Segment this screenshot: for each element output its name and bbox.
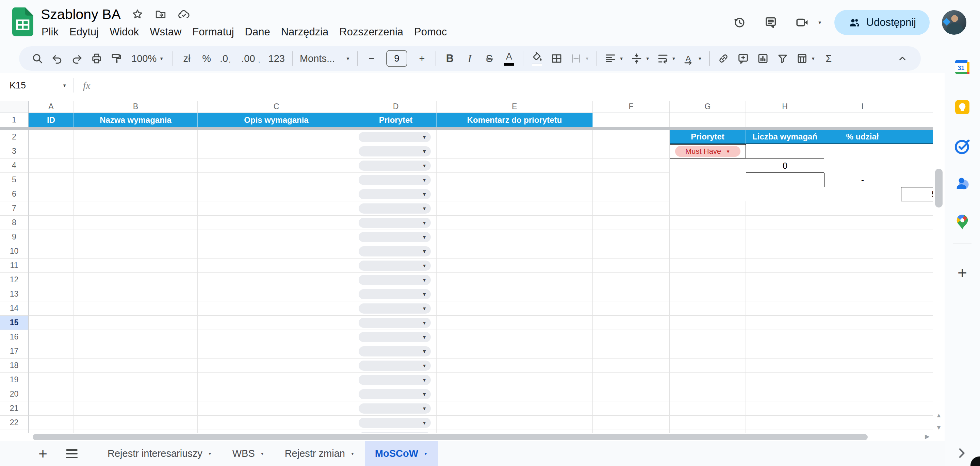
cell[interactable]	[198, 401, 355, 416]
cell[interactable]	[746, 387, 824, 401]
video-call-caret-icon[interactable]: ▼	[818, 20, 822, 25]
row-header-13[interactable]: 13	[0, 287, 29, 301]
cell[interactable]	[29, 273, 74, 287]
cell[interactable]	[824, 416, 901, 430]
chip-caret-icon[interactable]: ▼	[422, 191, 427, 197]
cell[interactable]	[670, 201, 746, 216]
cell[interactable]	[437, 358, 593, 373]
keep-icon[interactable]	[953, 97, 972, 117]
add-sheet-button[interactable]: +	[35, 445, 50, 462]
column-header-C[interactable]: C	[198, 101, 355, 113]
row-header-21[interactable]: 21	[0, 401, 29, 416]
cell[interactable]	[593, 416, 670, 430]
row-header-7[interactable]: 7	[0, 201, 29, 216]
priority-dropdown-chip[interactable]: ▼	[359, 289, 431, 299]
cell[interactable]	[901, 401, 933, 416]
sheets-logo-icon[interactable]	[12, 7, 33, 38]
cell[interactable]	[593, 401, 670, 416]
tab-wbs[interactable]: WBS▼	[222, 441, 275, 466]
cell[interactable]	[74, 159, 198, 173]
cell[interactable]	[824, 113, 901, 127]
cell[interactable]	[746, 430, 824, 433]
summary-header-cell[interactable]: Liczba wymagań	[746, 130, 824, 144]
row-header-19[interactable]: 19	[0, 373, 29, 387]
cell[interactable]	[901, 113, 933, 127]
cell[interactable]	[746, 287, 824, 301]
cell[interactable]: ▼	[355, 130, 437, 144]
cell[interactable]	[824, 244, 901, 259]
insert-comment-button[interactable]	[733, 49, 753, 68]
cell[interactable]	[29, 173, 74, 187]
cell[interactable]	[29, 316, 74, 330]
cell[interactable]	[437, 301, 593, 316]
text-wrap-button[interactable]: ▼	[654, 49, 679, 68]
priority-dropdown-chip[interactable]: ▼	[359, 318, 431, 328]
select-all-corner[interactable]	[0, 101, 29, 113]
summary-header-cell[interactable]	[901, 130, 933, 144]
priority-dropdown-chip[interactable]: ▼	[359, 132, 431, 142]
chip-caret-icon[interactable]: ▼	[422, 349, 427, 354]
cell[interactable]	[437, 159, 593, 173]
column-header-B[interactable]: B	[74, 101, 198, 113]
row-header-17[interactable]: 17	[0, 344, 29, 358]
row-header-11[interactable]: 11	[0, 259, 29, 273]
priority-dropdown-chip[interactable]: ▼	[359, 332, 431, 342]
cell[interactable]: ▼	[355, 358, 437, 373]
tasks-icon[interactable]	[953, 137, 972, 156]
cell[interactable]	[29, 430, 74, 433]
cell[interactable]	[198, 358, 355, 373]
cell[interactable]	[29, 301, 74, 316]
cell[interactable]	[746, 216, 824, 230]
cell[interactable]: ▼	[355, 273, 437, 287]
cell[interactable]	[593, 216, 670, 230]
cell[interactable]	[670, 216, 746, 230]
row-header-23[interactable]	[0, 430, 29, 433]
cell[interactable]	[901, 316, 933, 330]
show-side-panel-icon[interactable]	[953, 444, 970, 462]
summary-cell[interactable]: 5	[901, 187, 933, 201]
row-header-6[interactable]: 6	[0, 187, 29, 201]
cell[interactable]	[198, 387, 355, 401]
row-header-12[interactable]: 12	[0, 273, 29, 287]
cell[interactable]	[74, 330, 198, 344]
cell[interactable]	[198, 130, 355, 144]
cell[interactable]	[198, 173, 355, 187]
priority-dropdown-chip[interactable]: ▼	[359, 275, 431, 285]
row-header-5[interactable]: 5	[0, 173, 29, 187]
cell[interactable]	[670, 113, 746, 127]
cell[interactable]	[593, 358, 670, 373]
cell[interactable]	[901, 244, 933, 259]
chip-caret-icon[interactable]: ▼	[422, 320, 427, 326]
cell[interactable]: ▼	[355, 230, 437, 244]
cell[interactable]	[74, 216, 198, 230]
cell[interactable]	[901, 230, 933, 244]
priority-dropdown-chip[interactable]: ▼	[359, 389, 431, 399]
column-header-D[interactable]: D	[355, 101, 437, 113]
redo-button[interactable]	[67, 49, 86, 68]
cell[interactable]	[593, 287, 670, 301]
vertical-scrollbar[interactable]	[935, 169, 943, 207]
bold-button[interactable]: B	[440, 49, 460, 68]
cell[interactable]	[670, 259, 746, 273]
summary-header-cell[interactable]: Priorytet	[670, 130, 746, 144]
cell[interactable]	[437, 144, 593, 159]
cell[interactable]	[593, 259, 670, 273]
summary-cell[interactable]: 0	[746, 159, 824, 173]
cell[interactable]	[901, 387, 933, 401]
chip-caret-icon[interactable]: ▼	[422, 163, 427, 169]
column-header-F[interactable]: F	[593, 101, 670, 113]
chip-caret-icon[interactable]: ▼	[422, 177, 427, 183]
chip-caret-icon[interactable]: ▼	[422, 234, 427, 240]
cell[interactable]	[824, 259, 901, 273]
row-header-10[interactable]: 10	[0, 244, 29, 259]
priority-chip[interactable]: Must Have▼	[675, 146, 740, 157]
maps-icon[interactable]	[953, 212, 972, 232]
cell[interactable]	[670, 301, 746, 316]
cell[interactable]	[198, 259, 355, 273]
cell[interactable]	[74, 316, 198, 330]
menu-formatuj[interactable]: Formatuj	[187, 24, 239, 40]
column-header-A[interactable]: A	[29, 101, 74, 113]
chip-caret-icon[interactable]: ▼	[422, 291, 427, 297]
cell[interactable]	[29, 358, 74, 373]
cell[interactable]	[437, 430, 593, 433]
